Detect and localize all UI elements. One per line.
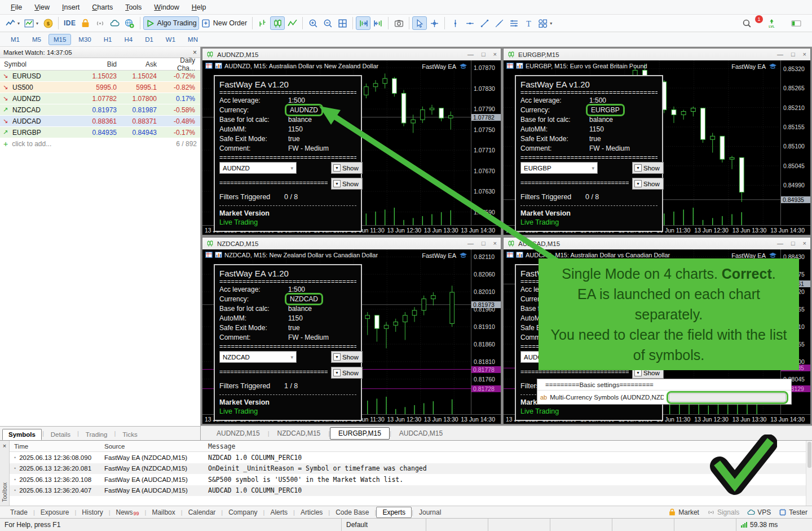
tab-mailbox[interactable]: Mailbox [146,507,180,517]
chart-window-titlebar[interactable]: NZDCAD,M15—□× [202,238,501,249]
close-icon[interactable]: × [803,51,806,58]
column-ask[interactable]: Ask [120,60,160,68]
algo-trading-button[interactable]: Algo Trading [143,16,199,30]
candle-mode-icon[interactable] [270,16,285,30]
channel-icon[interactable] [492,16,506,30]
vertical-line-icon[interactable] [448,16,462,30]
menu-tools[interactable]: Tools [119,1,148,14]
chart-tab-eurgbp[interactable]: EURGBP,M15 [330,427,390,440]
close-icon[interactable]: × [493,240,497,247]
tab-trading[interactable]: Trading [80,429,114,440]
market-watch-row-us500[interactable]: ↘US5005995.05995.1-0.82% [0,82,200,93]
show-button[interactable]: ▼Show [331,351,363,363]
scrollbar-thumb[interactable] [807,442,811,468]
tab-alerts[interactable]: Alerts [264,507,293,517]
zoom-out-icon[interactable] [320,16,335,30]
timeframe-w1[interactable]: W1 [161,34,180,45]
column-bid[interactable]: Bid [80,60,120,68]
accounts-icon[interactable]: $ [41,16,55,30]
tab-journal[interactable]: Journal [413,507,447,517]
maximize-icon[interactable]: □ [482,51,486,58]
show-button[interactable]: ▼Show [331,367,363,379]
screenshot-icon[interactable] [391,16,406,30]
column-message[interactable]: Message [208,442,806,450]
search-button[interactable] [739,16,754,30]
indicators-icon[interactable]: ▾ [22,16,41,30]
maximize-icon[interactable]: □ [791,51,795,58]
log-row[interactable]: •2025.06.13 12:36:20.081FastWay EA (NZDC… [10,463,806,475]
menu-charts[interactable]: Charts [86,1,119,14]
shapes-icon[interactable]: ▾ [536,16,554,30]
fibonacci-icon[interactable] [506,16,521,30]
tab-details[interactable]: Details [45,429,77,440]
tile-windows-icon[interactable] [335,16,350,30]
chart-canvas[interactable]: AUDNZD, M15: Australian Dollar vs New Ze… [202,60,501,235]
maximize-icon[interactable]: □ [791,240,795,247]
line-mode-icon[interactable] [285,16,299,30]
service-signals[interactable]: Signals [707,508,739,516]
chart-tab-audcad[interactable]: AUDCAD,M15 [391,428,451,439]
timeframe-mn[interactable]: MN [183,34,203,45]
chart-tab-nzdcad[interactable]: NZDCAD,M15 [270,428,329,439]
show-button[interactable]: ▼Show [632,178,664,190]
chart-window-titlebar[interactable]: AUDCAD,M15—□× [504,238,810,249]
signals-icon[interactable] [93,16,108,30]
column-source[interactable]: Source [104,443,208,450]
tab-exposure[interactable]: Exposure [35,507,75,517]
price-scale[interactable]: 0.853200.852650.852100.851550.851000.850… [780,60,810,225]
timeframe-m1[interactable]: M1 [6,34,25,45]
timeframe-m5[interactable]: M5 [27,34,46,45]
market-watch-row-audcad[interactable]: ↘AUDCAD0.883610.88371-0.48% [0,116,200,127]
profile-selector[interactable]: Default [341,519,426,531]
text-tool-icon[interactable]: T [521,16,536,30]
zoom-in-icon[interactable] [306,16,320,30]
minimize-icon[interactable]: — [777,51,783,58]
market-watch-row-eurusd[interactable]: ↘EURUSD1.150231.15024-0.72% [0,71,200,82]
show-button[interactable]: ▼Show [331,178,363,190]
tab-experts[interactable]: Experts [376,507,412,518]
minimize-icon[interactable]: — [777,240,783,247]
tab-articles[interactable]: Articles [295,507,328,517]
bar-chart-mode-icon[interactable] [255,16,270,30]
shift-back-icon[interactable] [370,16,385,30]
chart-window-titlebar[interactable]: AUDNZD,M15—□× [202,49,501,60]
menu-file[interactable]: File [5,1,28,14]
menu-view[interactable]: View [28,1,56,14]
horizontal-line-icon[interactable] [462,16,477,30]
crosshair-icon[interactable] [427,16,442,30]
tab-company[interactable]: Company [223,507,263,517]
column-time[interactable]: Time [10,443,104,450]
chart-canvas[interactable]: NZDCAD, M15: New Zealand Dollar vs Canad… [202,249,501,424]
column-daily-change[interactable]: Daily Cha... [160,56,198,72]
service-market[interactable]: Market [668,508,699,516]
close-icon[interactable]: × [3,442,6,449]
new-order-button[interactable]: New Order [199,16,249,30]
timeframe-m30[interactable]: M30 [73,34,96,45]
show-button[interactable]: ▼Show [331,162,363,174]
market-bag-icon[interactable] [78,16,93,30]
close-icon[interactable]: × [803,240,806,247]
menu-window[interactable]: Window [148,1,185,14]
tab-calendar[interactable]: Calendar [183,507,222,517]
market-watch-row-nzdcad[interactable]: ↗NZDCAD0.819730.81987-0.58% [0,104,200,116]
log-row[interactable]: •2025.06.13 12:36:20.108FastWay EA (AUDC… [10,474,806,485]
close-icon[interactable]: × [193,49,197,56]
chart-window-titlebar[interactable]: EURGBP,M15—□× [504,49,810,60]
service-vps[interactable]: VPS [747,508,771,516]
maximize-icon[interactable]: □ [482,240,486,247]
vps-cloud-icon[interactable] [108,16,122,30]
price-scale[interactable]: 0.821100.820600.820100.819600.819100.818… [471,249,501,414]
tab-symbols[interactable]: Symbols [2,429,42,440]
tab-code-base[interactable]: Code Base [330,507,374,517]
tab-trade[interactable]: Trade [5,507,33,517]
chart-type-icon[interactable]: ▾ [3,16,22,30]
log-row[interactable]: •2025.06.13 12:36:08.090FastWay EA (NZDC… [10,452,806,463]
timeframe-d1[interactable]: D1 [140,34,158,45]
timeframe-m15[interactable]: M15 [48,34,71,45]
log-row[interactable]: •2025.06.13 12:36:20.407FastWay EA (AUDC… [10,485,806,497]
tab-ticks[interactable]: Ticks [116,429,143,440]
close-icon[interactable]: × [493,51,497,58]
symbols-input-field[interactable] [669,393,786,402]
cursor-icon[interactable] [412,16,427,30]
chart-tab-audnzd[interactable]: AUDNZD,M15 [209,428,268,439]
